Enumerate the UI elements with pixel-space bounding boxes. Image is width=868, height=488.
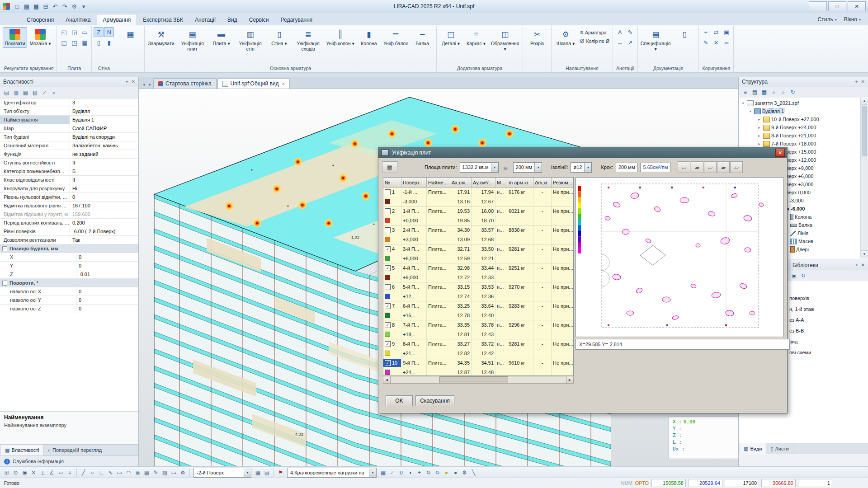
- close-panel-icon[interactable]: ✕: [861, 79, 865, 84]
- property-row[interactable]: Функціяне заданий: [0, 150, 138, 159]
- step-input[interactable]: 200 мм: [616, 163, 638, 172]
- plate-a-button[interactable]: ◱: [59, 27, 69, 37]
- tab-unif-general-view[interactable]: Unif.spf:Общий вид ×: [217, 78, 290, 89]
- grid-icon[interactable]: ▦: [379, 468, 387, 477]
- table-column-header[interactable]: №: [383, 178, 401, 187]
- ribbon-button-Уніфікація сходів[interactable]: ≣Уніфікація сходів: [292, 27, 324, 53]
- pin-icon[interactable]: ⌖: [126, 79, 128, 84]
- close-panel-icon[interactable]: ✕: [132, 79, 135, 84]
- folder-icon[interactable]: ▣: [790, 272, 798, 280]
- table-column-header[interactable]: m арм.кг: [507, 178, 533, 187]
- property-row[interactable]: Y0: [0, 262, 138, 270]
- table-column-header[interactable]: Ax,см...: [450, 178, 472, 187]
- scroll-down-icon[interactable]: ▼: [861, 250, 868, 258]
- new-icon[interactable]: □: [13, 2, 22, 11]
- property-row[interactable]: навколо осі Z0: [0, 305, 138, 313]
- check-icon[interactable]: ✓: [40, 89, 49, 97]
- plate-add-icon[interactable]: ▰: [691, 161, 703, 173]
- property-row[interactable]: Категорія пожежонебезп...Б: [0, 167, 138, 176]
- view-flat-icon[interactable]: ▧: [31, 89, 39, 97]
- property-row[interactable]: Тип об'єктуБудівля: [0, 107, 138, 116]
- search-icon[interactable]: ⌕: [769, 88, 778, 97]
- rect2-icon[interactable]: ▭: [170, 468, 178, 477]
- ribbon-button-Розріз[interactable]: ✂Розріз: [525, 27, 549, 48]
- ribbon-button-Шкала[interactable]: ⚙Шкала ▾: [553, 27, 578, 48]
- unification-table-row[interactable]: ✓98-й П...+21,...Плита...33.2712.8233.72…: [383, 339, 573, 358]
- view-list-icon[interactable]: ▤: [2, 89, 11, 97]
- ribbon-button-Балка[interactable]: ━Балка: [410, 27, 434, 48]
- row-checkbox[interactable]: ✓: [385, 341, 391, 347]
- layers-icon[interactable]: ≣: [133, 468, 142, 477]
- refresh-icon[interactable]: ↻: [799, 272, 807, 280]
- plate-e-button[interactable]: ◳: [69, 38, 79, 47]
- property-group-row[interactable]: -Позиція будівлі, мм: [0, 244, 138, 253]
- thickness-combo[interactable]: 200 мм▼: [513, 162, 542, 173]
- undo-icon[interactable]: ↶: [51, 2, 60, 11]
- property-row[interactable]: навколо осі Y0: [0, 296, 138, 305]
- unification-table-row[interactable]: 21-й П...+0,000Плита...19.5319.8516.0018…: [383, 206, 573, 225]
- property-row[interactable]: Z-0.01: [0, 270, 138, 279]
- structure-scrollbar[interactable]: ▲ ▼: [860, 98, 868, 258]
- ribbon-button-Мозаїка[interactable]: Мозаїка ▾: [28, 27, 52, 48]
- property-row[interactable]: X0: [0, 253, 138, 262]
- corner-icon[interactable]: ∟: [97, 468, 106, 477]
- ribbon-tab[interactable]: Армування: [97, 14, 137, 25]
- ribbon-button-Уніф.колон[interactable]: ║Уніф.колон ▾: [325, 27, 356, 48]
- tab-sheets[interactable]: ▯ Листи: [766, 443, 793, 454]
- table-column-header[interactable]: Найме...: [427, 178, 450, 187]
- swap-button[interactable]: ⇄: [711, 27, 721, 37]
- table-column-header[interactable]: Поверх: [401, 178, 427, 187]
- ribbon-button-Плита[interactable]: ▬Плита ▾: [209, 27, 234, 48]
- property-row[interactable]: навколо осі X0: [0, 287, 138, 296]
- pencil-button[interactable]: ✎: [625, 27, 635, 37]
- pencil-icon[interactable]: ✎: [151, 468, 160, 477]
- print-icon[interactable]: ⊟: [41, 2, 50, 11]
- erase-button[interactable]: ✕: [711, 38, 721, 47]
- load-case-select[interactable]: 4.Кратковременные нагрузки на▼: [287, 468, 377, 478]
- close-button[interactable]: ✕: [848, 1, 866, 11]
- plate-copy-icon[interactable]: ▱: [704, 161, 717, 173]
- ribbon-button-Каркас[interactable]: ⌗Каркас ▾: [464, 27, 488, 48]
- rotate-icon[interactable]: ↻: [424, 468, 433, 477]
- bulb2-icon[interactable]: ●: [451, 468, 460, 477]
- scrollbar-thumb[interactable]: [439, 376, 508, 383]
- snap-near-icon[interactable]: ▱: [57, 468, 65, 477]
- ribbon-button-Специфікація[interactable]: ▤Специфікація ▾: [640, 27, 671, 53]
- settings-icon[interactable]: ⚙: [70, 2, 79, 11]
- ortho-indicator[interactable]: ОРТО: [635, 480, 649, 486]
- protractor-icon[interactable]: ◖: [406, 468, 415, 477]
- grid-icon[interactable]: ▦: [142, 468, 151, 477]
- table-h-scrollbar[interactable]: ◀ ▶: [383, 376, 574, 384]
- text-button[interactable]: А: [615, 27, 625, 37]
- table-column-header[interactable]: Резюм...: [552, 178, 573, 187]
- ribbon-button-Уніф.балок[interactable]: ═Уніф.балок: [382, 27, 409, 48]
- property-row[interactable]: Відмітка підошви у ґрунті, м159.600: [0, 210, 138, 219]
- refresh-icon[interactable]: ↻: [788, 88, 797, 97]
- tree-node[interactable]: ▸8-й Поверх +21,000: [739, 131, 861, 140]
- wall-a-button[interactable]: ▯: [94, 38, 104, 47]
- row-checkbox[interactable]: [385, 189, 391, 195]
- unification-table-row[interactable]: ✓43-й П...+6,000Плита...32.7112.5933.501…: [383, 244, 573, 263]
- tree-node[interactable]: ▸9-й Поверх +24,000: [739, 123, 861, 131]
- arc-icon[interactable]: ◠: [124, 468, 133, 477]
- rect-icon[interactable]: ▭: [115, 468, 124, 477]
- ribbon-button-Обрамлення[interactable]: ◫Обрамлення ▾: [489, 27, 521, 53]
- property-row[interactable]: Дозволяти вентканалиТак: [0, 236, 138, 244]
- property-row[interactable]: Ідентифікатор3: [0, 99, 138, 107]
- link-button[interactable]: ∞: [722, 38, 731, 47]
- app-logo-icon[interactable]: [3, 3, 10, 10]
- snap-int-icon[interactable]: ✕: [29, 468, 38, 477]
- table-column-header[interactable]: Δm,кг: [533, 178, 552, 187]
- service-info-bar[interactable]: i Службова інформація: [0, 455, 138, 467]
- open-icon[interactable]: ▤: [22, 2, 31, 11]
- filter-icon[interactable]: ≡: [741, 88, 750, 97]
- row-checkbox[interactable]: ✓: [385, 246, 391, 252]
- close-panel-icon[interactable]: ✕: [861, 263, 865, 268]
- layers-icon[interactable]: ≣: [501, 163, 510, 172]
- plate-c-button[interactable]: ▭: [80, 27, 90, 37]
- ribbon-tab[interactable]: Сервіси: [243, 14, 275, 25]
- cancel-button[interactable]: Скасування: [415, 395, 454, 406]
- plate-edit-icon[interactable]: ▱: [678, 161, 690, 173]
- row-checkbox[interactable]: ✓: [385, 265, 391, 271]
- property-row[interactable]: ШарСлой САПФИР: [0, 124, 138, 133]
